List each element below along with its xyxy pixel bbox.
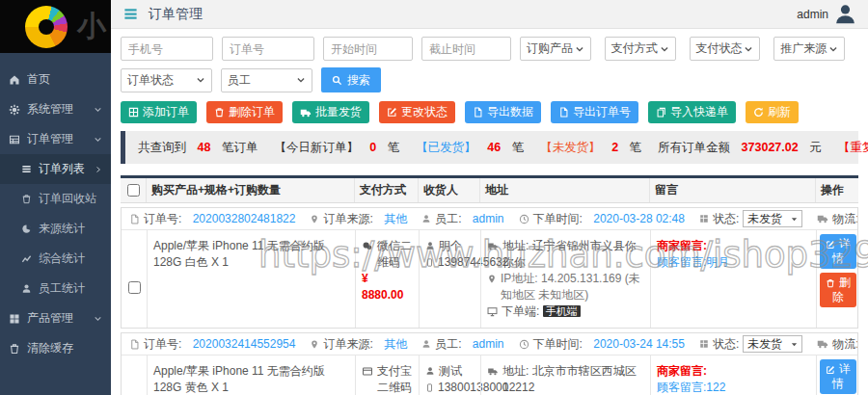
detail-button[interactable]: 详情 — [820, 234, 856, 269]
select-all-checkbox[interactable] — [127, 184, 140, 197]
order-row: Apple/苹果 iPhone 11 无需合约版128G 白色 X 1 微信二维… — [122, 230, 857, 328]
export-order-no-button[interactable]: 导出订单号 — [551, 101, 638, 123]
clock-icon — [519, 339, 529, 350]
search-button[interactable]: 搜索 — [321, 67, 381, 92]
seller-message: 商家留言: — [657, 363, 810, 380]
monitor-icon — [487, 306, 498, 317]
order-no-link[interactable]: 2020032414552954 — [193, 337, 296, 351]
address-cell: 地址: 北京市市辖区西城区12212 IP地址: 140.243.53.147 … — [480, 356, 650, 395]
import-tracking-button[interactable]: 导入快递单 — [648, 101, 736, 123]
gear-icon — [9, 104, 20, 116]
sidebar-item-clear-cache[interactable]: 清除缓存 — [0, 333, 111, 363]
order-row: Apple/苹果 iPhone 11 无需合约版128G 黄色 X 1 支付宝二… — [122, 356, 857, 395]
trash-icon — [21, 194, 32, 204]
document-icon — [129, 214, 140, 224]
button-label: 导出订单号 — [573, 104, 631, 120]
order-no-link[interactable]: 2020032802481822 — [193, 212, 296, 225]
order-no-input[interactable] — [222, 37, 314, 61]
row-status-select[interactable]: 未发货 — [743, 210, 802, 227]
plus-square-icon — [128, 107, 139, 118]
username: admin — [797, 8, 828, 21]
staff-select[interactable]: 员工 — [221, 68, 312, 92]
row-checkbox[interactable] — [128, 381, 141, 395]
order-source-link[interactable]: 其他 — [384, 336, 407, 353]
button-label: 导入快递单 — [670, 104, 728, 120]
chevron-down-icon — [94, 135, 102, 144]
sidebar-item-products[interactable]: 产品管理 — [0, 303, 111, 333]
order-staff-link[interactable]: admin — [473, 212, 504, 225]
order-no-segment: 订单号: 2020032414552954 — [129, 336, 295, 353]
user-icon — [21, 283, 32, 294]
col-header-action: 操作 — [815, 178, 858, 202]
select-value: 订购产品 — [527, 40, 573, 57]
row-checkbox[interactable] — [128, 255, 141, 320]
trash-icon — [214, 107, 225, 118]
order-status-select[interactable]: 订单状态 — [121, 68, 212, 92]
sidebar-item-order-list[interactable]: 订单列表 — [0, 154, 111, 184]
sidebar-item-label: 系统管理 — [27, 101, 87, 118]
pay-method-select[interactable]: 支付方式 — [605, 37, 676, 61]
row-status-value: 未发货 — [747, 211, 782, 227]
select-value: 推广来源 — [780, 40, 827, 57]
sidebar-item-source-stats[interactable]: 来源统计 — [0, 214, 111, 244]
user-icon — [421, 214, 431, 224]
edit-icon — [826, 365, 835, 375]
sidebar-item-order-recycle[interactable]: 订单回收站 — [0, 184, 111, 214]
button-label: 批量发货 — [315, 104, 362, 120]
user-menu[interactable]: admin — [797, 3, 856, 25]
order-status-segment: 状态: 未发货 — [699, 210, 802, 227]
list-icon — [21, 164, 32, 174]
sidebar-item-summary-stats[interactable]: 综合统计 — [0, 244, 111, 274]
sidebar-item-label: 清除缓存 — [27, 340, 102, 356]
sidebar-item-system[interactable]: 系统管理 — [0, 94, 111, 124]
order-staff-link[interactable]: admin — [473, 337, 504, 351]
button-label: 删除订单 — [229, 104, 275, 120]
add-order-button[interactable]: 添加订单 — [121, 101, 197, 123]
caret-down-icon — [791, 216, 798, 223]
sidebar-item-label: 员工统计 — [39, 280, 102, 297]
row-status-select[interactable]: 未发货 — [743, 335, 802, 353]
detail-button[interactable]: 详情 — [820, 359, 856, 394]
order-staff-segment: 员工: admin — [421, 211, 503, 227]
pay-status-select[interactable]: 支付状态 — [690, 37, 761, 61]
order-group-header: 订单号: 2020032414552954 订单来源: 其他 员工: admin… — [122, 333, 857, 356]
sidebar-item-home[interactable]: 首页 — [0, 65, 111, 94]
start-time-input[interactable] — [323, 37, 413, 61]
order-time-value[interactable]: 2020-03-24 14:55 — [593, 337, 685, 351]
delete-button[interactable]: 删除 — [820, 273, 856, 307]
change-status-button[interactable]: 更改状态 — [379, 101, 455, 123]
end-time-input[interactable] — [421, 37, 511, 61]
col-header-address: 地址 — [479, 178, 649, 202]
edit-icon — [387, 107, 397, 118]
truck-icon — [487, 241, 499, 251]
batch-ship-button[interactable]: 批量发货 — [292, 101, 369, 123]
chevron-down-icon — [828, 44, 838, 54]
main-area: 订单管理 admin 订购产品 支付方式 支付状态 推广来源 订单状态 员工 搜… — [111, 0, 868, 395]
action-cell: 详情 删除 — [816, 230, 859, 328]
product-select[interactable]: 订购产品 — [520, 37, 591, 61]
alipay-card-icon — [362, 366, 373, 377]
delete-order-button[interactable]: 删除订单 — [206, 101, 283, 123]
chevron-down-icon — [94, 105, 102, 114]
sidebar-item-label: 综合统计 — [39, 250, 102, 267]
order-source-link[interactable]: 其他 — [384, 211, 407, 227]
sidebar-item-staff-stats[interactable]: 员工统计 — [0, 274, 111, 303]
order-time-value[interactable]: 2020-03-28 02:48 — [593, 212, 685, 225]
export-data-button[interactable]: 导出数据 — [465, 101, 541, 123]
filter-row-1: 订购产品 支付方式 支付状态 推广来源 — [121, 37, 858, 61]
copy-icon — [656, 107, 666, 118]
mobile-icon — [425, 257, 434, 268]
line-chart-icon — [21, 253, 32, 264]
truck-icon — [817, 338, 828, 350]
sidebar-item-orders[interactable]: 订单管理 — [0, 124, 111, 154]
address-cell: 地址: 辽宁省锦州市义县你你你 IP地址: 14.205.131.169 (未知… — [480, 230, 650, 328]
order-group-header: 订单号: 2020032802481822 订单来源: 其他 员工: admin… — [122, 208, 857, 230]
phone-input[interactable] — [121, 37, 213, 61]
hamburger-menu-icon[interactable] — [122, 7, 139, 21]
promo-source-select[interactable]: 推广来源 — [773, 37, 845, 61]
truck-icon — [817, 213, 828, 224]
logo-text: 小 — [77, 7, 106, 46]
refresh-button[interactable]: 刷新 — [746, 101, 799, 123]
logo-color-wheel-icon — [25, 6, 68, 48]
duplicate-check-link[interactable]: 【重复订单检测】 — [838, 140, 868, 156]
